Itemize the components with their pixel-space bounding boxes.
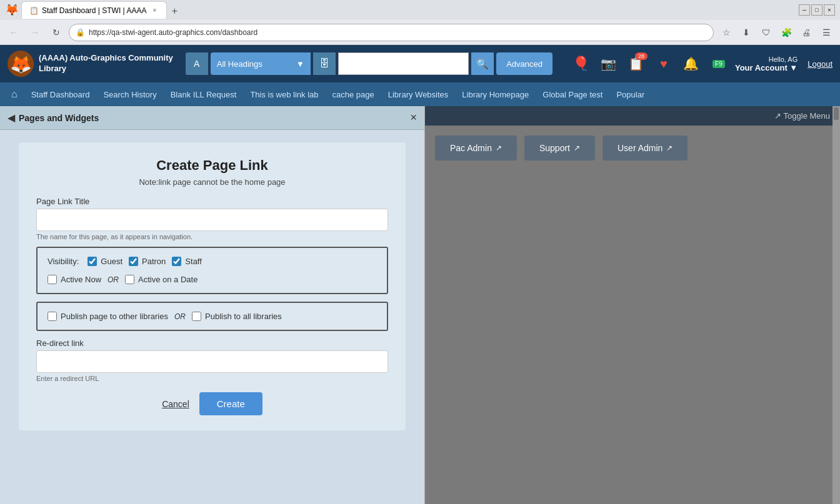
panel-area: ◀ Pages and Widgets × Create Page Link N…	[0, 106, 425, 504]
search-type-icon[interactable]: A	[186, 52, 208, 75]
nav-item-library-homepage[interactable]: Library Homepage	[456, 82, 535, 106]
search-dropdown-label: All Headings	[217, 59, 262, 69]
user-admin-expand-icon: ↗	[666, 144, 672, 152]
heart-icon-btn[interactable]: ♥	[652, 52, 675, 75]
publish-all-checkbox[interactable]	[192, 312, 201, 321]
active-date-checkbox[interactable]	[125, 275, 134, 284]
publish-other-group[interactable]: Publish page to other libraries	[48, 312, 168, 321]
toggle-menu-icon: ↗	[774, 111, 781, 121]
pac-admin-button[interactable]: Pac Admin ↗	[435, 136, 517, 161]
publish-other-checkbox[interactable]	[48, 312, 57, 321]
panel-title-row: ◀ Pages and Widgets	[8, 112, 99, 124]
bell-icon-btn[interactable]: 🔔	[680, 52, 702, 75]
search-dropdown[interactable]: All Headings ▼	[211, 52, 311, 75]
bookmark-star-button[interactable]: ☆	[718, 24, 735, 41]
f9-label: F9	[712, 60, 725, 68]
patron-label: Patron	[142, 257, 166, 266]
search-input[interactable]	[338, 52, 469, 75]
shield-button[interactable]: 🛡	[758, 24, 775, 41]
header-icons: 🎈 📷 📋 28 ♥ 🔔 F9	[570, 52, 730, 75]
nav-item-global-page[interactable]: Global Page test	[536, 82, 609, 106]
redirect-input[interactable]	[36, 350, 388, 373]
account-chevron-icon: ▼	[789, 63, 798, 72]
app-nav: ⌂ Staff Dashboard Search History Blank I…	[0, 82, 840, 106]
home-nav-icon[interactable]: ⌂	[5, 89, 24, 100]
downloads-button[interactable]: ⬇	[738, 24, 755, 41]
nav-item-staff-dashboard[interactable]: Staff Dashboard	[25, 82, 96, 106]
forward-button[interactable]: →	[26, 24, 44, 41]
app-header: 🦊 (AAAA) Auto-Graphics Community Library…	[0, 45, 840, 82]
active-now-checkbox[interactable]	[48, 275, 57, 284]
close-button[interactable]: ×	[824, 4, 835, 16]
nav-item-search-history[interactable]: Search History	[97, 82, 162, 106]
browser-titlebar: 🦊 📋 Staff Dashboard | STWI | AAAA × + ─ …	[0, 0, 840, 20]
support-expand-icon: ↗	[574, 144, 580, 152]
or-label-1: OR	[108, 275, 119, 284]
search-submit-button[interactable]: 🔍	[471, 52, 494, 75]
tab-bar: 📋 Staff Dashboard | STWI | AAAA × +	[21, 1, 405, 19]
page-link-title-input[interactable]	[36, 209, 388, 231]
pac-admin-label: Pac Admin	[450, 143, 492, 153]
pac-admin-expand-icon: ↗	[496, 144, 502, 152]
redirect-group: Re-direct link Enter a redirect URL	[36, 338, 388, 382]
maximize-button[interactable]: □	[811, 4, 822, 16]
cancel-button[interactable]: Cancel	[162, 399, 189, 409]
nav-item-blank-ill[interactable]: Blank ILL Request	[164, 82, 243, 106]
address-bar[interactable]: 🔒 https://qa-stwi-agent.auto-graphics.co…	[69, 24, 714, 41]
modal-heading: Create Page Link	[36, 157, 388, 174]
publish-all-label: Publish to all libraries	[205, 312, 282, 321]
org-name-line2: Library	[39, 64, 173, 74]
patron-checkbox-group[interactable]: Patron	[129, 257, 166, 266]
list-badge: 28	[635, 52, 648, 60]
active-tab[interactable]: 📋 Staff Dashboard | STWI | AAAA ×	[21, 1, 167, 19]
user-section[interactable]: Hello, AG Your Account ▼	[735, 56, 798, 72]
nav-item-cache[interactable]: cache page	[326, 82, 381, 106]
nav-icons: ☆ ⬇ 🛡 🧩 🖨 ☰	[718, 24, 835, 41]
support-button[interactable]: Support ↗	[524, 136, 595, 161]
create-button[interactable]: Create	[199, 392, 262, 415]
chevron-down-icon: ▼	[296, 59, 304, 69]
active-date-group[interactable]: Active on a Date	[125, 275, 198, 284]
page-link-title-group: Page Link Title The name for this page, …	[36, 197, 388, 240]
nav-item-library-websites[interactable]: Library Websites	[382, 82, 455, 106]
or-label-2: OR	[174, 312, 186, 321]
support-label: Support	[539, 143, 570, 153]
print-button[interactable]: 🖨	[798, 24, 815, 41]
nav-item-popular[interactable]: Popular	[610, 82, 651, 106]
user-admin-label: User Admin	[618, 143, 662, 153]
user-admin-button[interactable]: User Admin ↗	[602, 136, 688, 161]
logout-button[interactable]: Logout	[808, 59, 832, 69]
advanced-search-button[interactable]: Advanced	[496, 52, 552, 75]
staff-checkbox[interactable]	[172, 257, 181, 266]
nav-item-weblink-lab[interactable]: This is web link lab	[244, 82, 324, 106]
list-icon-btn[interactable]: 📋 28	[625, 52, 648, 75]
database-icon-btn[interactable]: 🗄	[313, 52, 336, 75]
staff-label: Staff	[185, 257, 202, 266]
report-icon-btn[interactable]: 📷	[598, 52, 620, 75]
reload-button[interactable]: ↻	[48, 24, 65, 41]
back-button[interactable]: ←	[5, 24, 22, 41]
minimize-button[interactable]: ─	[799, 4, 810, 16]
panel-back-icon[interactable]: ◀	[8, 112, 15, 124]
guest-checkbox[interactable]	[88, 257, 97, 266]
panel-close-button[interactable]: ×	[410, 111, 417, 124]
scrollbar-thumb[interactable]	[834, 107, 839, 120]
active-row: Active Now OR Active on a Date	[48, 275, 377, 284]
patron-checkbox[interactable]	[129, 257, 138, 266]
staff-checkbox-group[interactable]: Staff	[172, 257, 202, 266]
extensions-button[interactable]: 🧩	[778, 24, 795, 41]
publish-other-label: Publish page to other libraries	[61, 312, 168, 321]
balloon-icon-btn[interactable]: 🎈	[570, 52, 592, 75]
new-tab-button[interactable]: +	[167, 4, 182, 19]
f9-badge-btn[interactable]: F9	[708, 52, 730, 75]
tab-close-button[interactable]: ×	[150, 6, 159, 15]
publish-all-group[interactable]: Publish to all libraries	[192, 312, 282, 321]
redirect-label: Re-direct link	[36, 338, 388, 348]
name-hint: The name for this page, as it appears in…	[36, 233, 388, 240]
guest-checkbox-group[interactable]: Guest	[88, 257, 122, 266]
menu-button[interactable]: ☰	[818, 24, 835, 41]
logo-text: (AAAA) Auto-Graphics Community Library	[39, 53, 173, 74]
scrollbar[interactable]	[832, 106, 840, 504]
toggle-menu-button[interactable]: ↗ Toggle Menu	[774, 111, 830, 121]
active-now-group[interactable]: Active Now	[48, 275, 101, 284]
